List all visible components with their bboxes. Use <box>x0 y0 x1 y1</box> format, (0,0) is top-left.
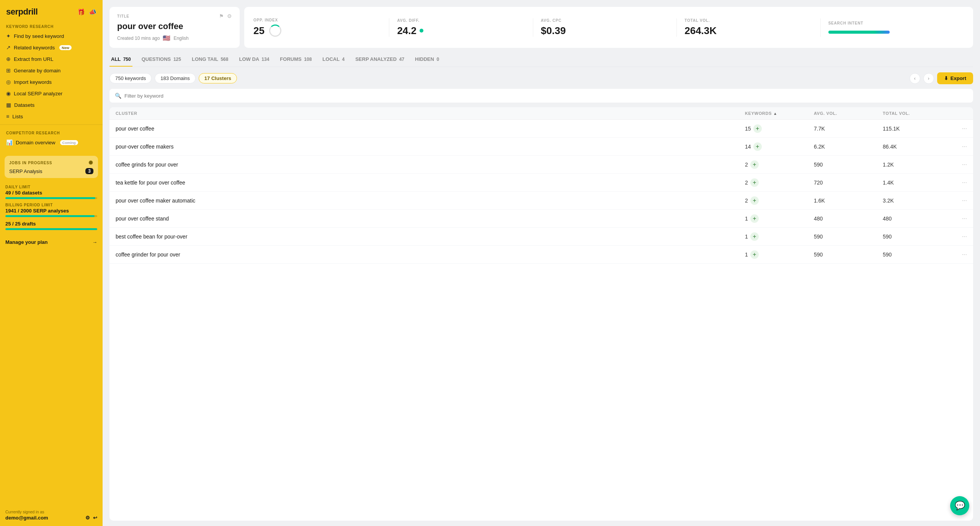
row-actions-button[interactable]: ··· <box>952 125 967 132</box>
cell-cluster: pour over coffee <box>116 126 745 132</box>
sidebar-item-lists[interactable]: ≡ Lists <box>0 111 103 122</box>
cell-avg-vol: 720 <box>814 180 883 186</box>
gift-icon[interactable]: 🎁 <box>77 8 85 16</box>
table-row: pour-over coffee makers 14 + 6.2K 86.4K … <box>109 138 973 156</box>
pill-keywords[interactable]: 750 keywords <box>109 73 152 83</box>
th-cluster: CLUSTER <box>116 111 745 116</box>
manage-plan-row[interactable]: Manage your plan → <box>0 237 103 247</box>
pill-clusters[interactable]: 17 Clusters <box>199 73 237 83</box>
data-table: CLUSTER KEYWORDS ▲ AVG. VOL. TOTAL VOL. … <box>109 107 973 521</box>
datasets-icon: ▦ <box>6 102 11 108</box>
export-button[interactable]: ⬇ Export <box>937 72 973 84</box>
tab-low-da[interactable]: LOW DA 134 <box>237 53 271 67</box>
tab-hidden[interactable]: HIDDEN 0 <box>413 53 441 67</box>
nav-prev-button[interactable]: ‹ <box>910 73 920 84</box>
row-actions-button[interactable]: ··· <box>952 143 967 150</box>
jobs-count: 3 <box>85 168 93 174</box>
sidebar-item-import-keywords[interactable]: ◎ Import keywords <box>0 76 103 88</box>
table-row: pour over coffee stand 1 + 480 480 ··· <box>109 210 973 228</box>
sidebar-item-label: Extract from URL <box>14 56 54 62</box>
import-icon: ◎ <box>6 79 11 85</box>
tab-forums[interactable]: FORUMS 108 <box>278 53 313 67</box>
cell-total-vol: 3.2K <box>883 198 952 204</box>
manage-plan-label: Manage your plan <box>5 239 48 245</box>
row-actions-button[interactable]: ··· <box>952 161 967 168</box>
row-actions-button[interactable]: ··· <box>952 215 967 222</box>
cell-keywords: 1 + <box>745 250 814 259</box>
extract-icon: ⊕ <box>6 56 11 62</box>
add-keywords-button[interactable]: + <box>750 178 759 187</box>
language-flag: 🇺🇸 <box>163 34 170 42</box>
row-actions-button[interactable]: ··· <box>952 233 967 240</box>
signed-in-section: Currently signed in as demo@gmail.com ⚙ … <box>0 506 103 526</box>
keywords-count: 2 <box>745 162 748 168</box>
pill-domains[interactable]: 183 Domains <box>155 73 196 83</box>
add-keywords-button[interactable]: + <box>753 142 762 151</box>
sidebar-item-label: Import keywords <box>14 79 52 85</box>
search-intent-label: SEARCH INTENT <box>828 21 956 25</box>
logout-icon[interactable]: ↩ <box>93 515 97 521</box>
drafts-limit-value: 25 / 25 drafts <box>5 221 97 227</box>
cell-cluster: pour-over coffee makers <box>116 144 745 150</box>
cell-cluster: coffee grinds for pour over <box>116 162 745 168</box>
tab-long-tail[interactable]: LONG TAIL 568 <box>190 53 230 67</box>
cell-avg-vol: 1.6K <box>814 198 883 204</box>
metric-search-intent: SEARCH INTENT <box>821 21 964 34</box>
cell-total-vol: 1.4K <box>883 180 952 186</box>
sidebar-item-extract-url[interactable]: ⊕ Extract from URL <box>0 53 103 65</box>
row-actions-button[interactable]: ··· <box>952 179 967 186</box>
cell-avg-vol: 590 <box>814 252 883 258</box>
nav-next-button[interactable]: › <box>923 73 934 84</box>
new-badge: New <box>59 45 72 50</box>
row-actions-button[interactable]: ··· <box>952 251 967 258</box>
gear-icon[interactable]: ⚙ <box>227 13 232 19</box>
sidebar-item-label: Lists <box>12 114 23 119</box>
title-card: TITLE ⚑ ⚙ pour over coffee Created 10 mi… <box>109 7 240 48</box>
signed-in-label: Currently signed in as <box>5 510 97 514</box>
daily-progress-fill <box>5 197 95 199</box>
bell-icon[interactable]: 📣 <box>89 8 96 16</box>
add-keywords-button[interactable]: + <box>750 160 759 169</box>
spinner-icon: ✺ <box>88 160 93 166</box>
sidebar-item-find-seed[interactable]: ✦ Find by seed keyword <box>0 30 103 42</box>
sidebar-item-local-serp[interactable]: ◉ Local SERP analyzer <box>0 88 103 99</box>
filter-input[interactable] <box>124 93 968 99</box>
keywords-count: 2 <box>745 198 748 204</box>
language-label: English <box>173 36 188 41</box>
add-keywords-button[interactable]: + <box>750 214 759 223</box>
title-icons: ⚑ ⚙ <box>219 13 232 19</box>
add-keywords-button[interactable]: + <box>753 124 762 133</box>
metric-total-vol: TOTAL VOL. 264.3K <box>677 18 820 37</box>
keywords-count: 1 <box>745 252 748 258</box>
tab-questions[interactable]: QUESTIONS 125 <box>140 53 183 67</box>
cell-total-vol: 590 <box>883 234 952 240</box>
cell-avg-vol: 480 <box>814 216 883 222</box>
table-row: coffee grinder for pour over 1 + 590 590… <box>109 246 973 264</box>
top-section: TITLE ⚑ ⚙ pour over coffee Created 10 mi… <box>103 0 980 48</box>
add-keywords-button[interactable]: + <box>750 232 759 241</box>
tab-local[interactable]: LOCAL 4 <box>321 53 346 67</box>
sidebar-item-label: Related keywords <box>14 45 55 51</box>
add-keywords-button[interactable]: + <box>750 250 759 259</box>
sidebar-item-domain-overview[interactable]: 📊 Domain overview Coming <box>0 137 103 148</box>
cell-keywords: 2 + <box>745 178 814 187</box>
metric-avg-cpc: AVG. CPC $0.39 <box>533 18 677 37</box>
cell-avg-vol: 590 <box>814 162 883 168</box>
sidebar-item-datasets[interactable]: ▦ Datasets <box>0 99 103 111</box>
sidebar-item-label: Generate by domain <box>14 68 60 74</box>
metric-opp-index: OPP. INDEX 25 <box>253 18 389 37</box>
flag-icon[interactable]: ⚑ <box>219 13 224 19</box>
chat-button[interactable]: 💬 <box>950 496 969 515</box>
sidebar-item-label: Local SERP analyzer <box>14 91 62 96</box>
main-content: TITLE ⚑ ⚙ pour over coffee Created 10 mi… <box>103 0 980 526</box>
add-keywords-button[interactable]: + <box>750 196 759 205</box>
sidebar-item-generate-domain[interactable]: ⊞ Generate by domain <box>0 65 103 76</box>
tab-all[interactable]: ALL 750 <box>109 53 132 67</box>
avg-diff-label: AVG. DIFF. <box>397 18 525 23</box>
row-actions-button[interactable]: ··· <box>952 197 967 204</box>
lists-icon: ≡ <box>6 113 9 119</box>
settings-icon[interactable]: ⚙ <box>85 515 90 521</box>
sidebar-item-related-keywords[interactable]: ↗ Related keywords New <box>0 42 103 53</box>
tab-serp-analyzed[interactable]: SERP ANALYZED 47 <box>354 53 406 67</box>
th-keywords[interactable]: KEYWORDS ▲ <box>745 111 814 116</box>
